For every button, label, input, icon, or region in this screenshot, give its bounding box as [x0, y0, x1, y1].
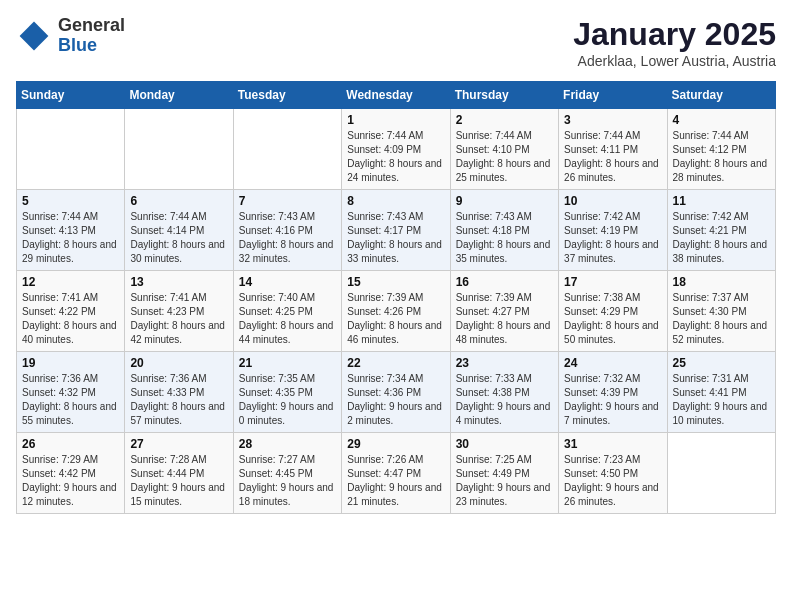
day-info: Sunrise: 7:35 AM Sunset: 4:35 PM Dayligh… [239, 372, 336, 428]
weekday-header-sunday: Sunday [17, 82, 125, 109]
calendar-header: SundayMondayTuesdayWednesdayThursdayFrid… [17, 82, 776, 109]
calendar-cell: 18Sunrise: 7:37 AM Sunset: 4:30 PM Dayli… [667, 271, 775, 352]
day-info: Sunrise: 7:42 AM Sunset: 4:19 PM Dayligh… [564, 210, 661, 266]
day-info: Sunrise: 7:26 AM Sunset: 4:47 PM Dayligh… [347, 453, 444, 509]
weekday-header-monday: Monday [125, 82, 233, 109]
day-info: Sunrise: 7:39 AM Sunset: 4:26 PM Dayligh… [347, 291, 444, 347]
day-number: 13 [130, 275, 227, 289]
day-number: 8 [347, 194, 444, 208]
day-number: 28 [239, 437, 336, 451]
weekday-header-row: SundayMondayTuesdayWednesdayThursdayFrid… [17, 82, 776, 109]
calendar-cell [17, 109, 125, 190]
day-number: 21 [239, 356, 336, 370]
day-info: Sunrise: 7:32 AM Sunset: 4:39 PM Dayligh… [564, 372, 661, 428]
calendar-cell [125, 109, 233, 190]
calendar-week-5: 26Sunrise: 7:29 AM Sunset: 4:42 PM Dayli… [17, 433, 776, 514]
day-number: 31 [564, 437, 661, 451]
day-info: Sunrise: 7:44 AM Sunset: 4:13 PM Dayligh… [22, 210, 119, 266]
day-number: 9 [456, 194, 553, 208]
weekday-header-friday: Friday [559, 82, 667, 109]
day-number: 23 [456, 356, 553, 370]
weekday-header-tuesday: Tuesday [233, 82, 341, 109]
day-number: 26 [22, 437, 119, 451]
day-number: 27 [130, 437, 227, 451]
day-info: Sunrise: 7:28 AM Sunset: 4:44 PM Dayligh… [130, 453, 227, 509]
calendar-cell: 9Sunrise: 7:43 AM Sunset: 4:18 PM Daylig… [450, 190, 558, 271]
calendar-cell: 14Sunrise: 7:40 AM Sunset: 4:25 PM Dayli… [233, 271, 341, 352]
day-info: Sunrise: 7:39 AM Sunset: 4:27 PM Dayligh… [456, 291, 553, 347]
day-number: 14 [239, 275, 336, 289]
calendar-cell: 27Sunrise: 7:28 AM Sunset: 4:44 PM Dayli… [125, 433, 233, 514]
day-number: 7 [239, 194, 336, 208]
calendar-cell: 3Sunrise: 7:44 AM Sunset: 4:11 PM Daylig… [559, 109, 667, 190]
day-number: 10 [564, 194, 661, 208]
calendar-cell: 12Sunrise: 7:41 AM Sunset: 4:22 PM Dayli… [17, 271, 125, 352]
calendar-cell [667, 433, 775, 514]
weekday-header-wednesday: Wednesday [342, 82, 450, 109]
calendar-cell: 19Sunrise: 7:36 AM Sunset: 4:32 PM Dayli… [17, 352, 125, 433]
day-number: 12 [22, 275, 119, 289]
day-info: Sunrise: 7:44 AM Sunset: 4:12 PM Dayligh… [673, 129, 770, 185]
day-number: 11 [673, 194, 770, 208]
logo-icon [16, 18, 52, 54]
day-info: Sunrise: 7:43 AM Sunset: 4:18 PM Dayligh… [456, 210, 553, 266]
day-info: Sunrise: 7:29 AM Sunset: 4:42 PM Dayligh… [22, 453, 119, 509]
logo-blue-text: Blue [58, 35, 97, 55]
calendar-cell: 10Sunrise: 7:42 AM Sunset: 4:19 PM Dayli… [559, 190, 667, 271]
day-info: Sunrise: 7:27 AM Sunset: 4:45 PM Dayligh… [239, 453, 336, 509]
day-info: Sunrise: 7:44 AM Sunset: 4:11 PM Dayligh… [564, 129, 661, 185]
calendar-cell: 26Sunrise: 7:29 AM Sunset: 4:42 PM Dayli… [17, 433, 125, 514]
day-number: 15 [347, 275, 444, 289]
day-number: 19 [22, 356, 119, 370]
day-number: 18 [673, 275, 770, 289]
day-info: Sunrise: 7:34 AM Sunset: 4:36 PM Dayligh… [347, 372, 444, 428]
calendar-cell: 28Sunrise: 7:27 AM Sunset: 4:45 PM Dayli… [233, 433, 341, 514]
calendar-cell: 8Sunrise: 7:43 AM Sunset: 4:17 PM Daylig… [342, 190, 450, 271]
day-info: Sunrise: 7:42 AM Sunset: 4:21 PM Dayligh… [673, 210, 770, 266]
day-info: Sunrise: 7:36 AM Sunset: 4:33 PM Dayligh… [130, 372, 227, 428]
calendar-cell: 16Sunrise: 7:39 AM Sunset: 4:27 PM Dayli… [450, 271, 558, 352]
day-info: Sunrise: 7:41 AM Sunset: 4:22 PM Dayligh… [22, 291, 119, 347]
day-info: Sunrise: 7:43 AM Sunset: 4:16 PM Dayligh… [239, 210, 336, 266]
day-number: 29 [347, 437, 444, 451]
day-number: 20 [130, 356, 227, 370]
day-number: 1 [347, 113, 444, 127]
location-text: Aderklaa, Lower Austria, Austria [573, 53, 776, 69]
day-number: 16 [456, 275, 553, 289]
calendar-cell [233, 109, 341, 190]
calendar-cell: 22Sunrise: 7:34 AM Sunset: 4:36 PM Dayli… [342, 352, 450, 433]
calendar-body: 1Sunrise: 7:44 AM Sunset: 4:09 PM Daylig… [17, 109, 776, 514]
day-number: 4 [673, 113, 770, 127]
day-info: Sunrise: 7:23 AM Sunset: 4:50 PM Dayligh… [564, 453, 661, 509]
calendar-cell: 21Sunrise: 7:35 AM Sunset: 4:35 PM Dayli… [233, 352, 341, 433]
calendar-cell: 25Sunrise: 7:31 AM Sunset: 4:41 PM Dayli… [667, 352, 775, 433]
weekday-header-saturday: Saturday [667, 82, 775, 109]
day-info: Sunrise: 7:44 AM Sunset: 4:10 PM Dayligh… [456, 129, 553, 185]
calendar-cell: 29Sunrise: 7:26 AM Sunset: 4:47 PM Dayli… [342, 433, 450, 514]
day-info: Sunrise: 7:41 AM Sunset: 4:23 PM Dayligh… [130, 291, 227, 347]
day-number: 2 [456, 113, 553, 127]
day-number: 22 [347, 356, 444, 370]
day-number: 30 [456, 437, 553, 451]
calendar-week-2: 5Sunrise: 7:44 AM Sunset: 4:13 PM Daylig… [17, 190, 776, 271]
day-info: Sunrise: 7:43 AM Sunset: 4:17 PM Dayligh… [347, 210, 444, 266]
calendar-cell: 17Sunrise: 7:38 AM Sunset: 4:29 PM Dayli… [559, 271, 667, 352]
day-number: 5 [22, 194, 119, 208]
calendar-cell: 5Sunrise: 7:44 AM Sunset: 4:13 PM Daylig… [17, 190, 125, 271]
calendar-cell: 15Sunrise: 7:39 AM Sunset: 4:26 PM Dayli… [342, 271, 450, 352]
calendar-cell: 11Sunrise: 7:42 AM Sunset: 4:21 PM Dayli… [667, 190, 775, 271]
logo-general-text: General [58, 15, 125, 35]
day-number: 6 [130, 194, 227, 208]
calendar-cell: 6Sunrise: 7:44 AM Sunset: 4:14 PM Daylig… [125, 190, 233, 271]
calendar-cell: 23Sunrise: 7:33 AM Sunset: 4:38 PM Dayli… [450, 352, 558, 433]
page-header: General Blue January 2025 Aderklaa, Lowe… [16, 16, 776, 69]
weekday-header-thursday: Thursday [450, 82, 558, 109]
logo: General Blue [16, 16, 125, 56]
calendar-cell: 7Sunrise: 7:43 AM Sunset: 4:16 PM Daylig… [233, 190, 341, 271]
calendar-cell: 13Sunrise: 7:41 AM Sunset: 4:23 PM Dayli… [125, 271, 233, 352]
calendar-cell: 31Sunrise: 7:23 AM Sunset: 4:50 PM Dayli… [559, 433, 667, 514]
calendar-table: SundayMondayTuesdayWednesdayThursdayFrid… [16, 81, 776, 514]
day-number: 3 [564, 113, 661, 127]
calendar-cell: 20Sunrise: 7:36 AM Sunset: 4:33 PM Dayli… [125, 352, 233, 433]
calendar-cell: 24Sunrise: 7:32 AM Sunset: 4:39 PM Dayli… [559, 352, 667, 433]
